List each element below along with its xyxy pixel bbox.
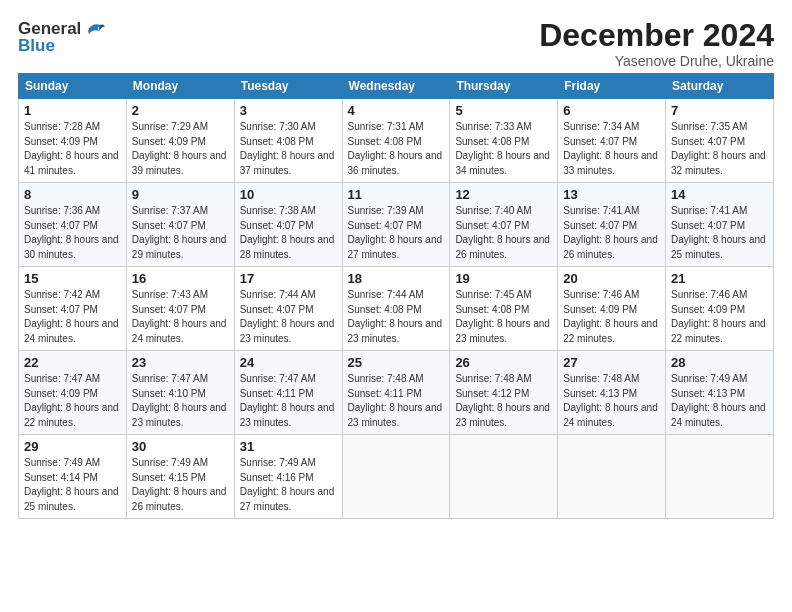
day-info: Sunrise: 7:47 AMSunset: 4:10 PMDaylight:… [132, 372, 229, 430]
calendar-week-5: 29Sunrise: 7:49 AMSunset: 4:14 PMDayligh… [19, 435, 774, 519]
calendar-day-25: 25Sunrise: 7:48 AMSunset: 4:11 PMDayligh… [342, 351, 450, 435]
day-info: Sunrise: 7:40 AMSunset: 4:07 PMDaylight:… [455, 204, 552, 262]
month-title: December 2024 [539, 18, 774, 53]
calendar-table: SundayMondayTuesdayWednesdayThursdayFrid… [18, 73, 774, 519]
location-subtitle: Yasenove Druhe, Ukraine [539, 53, 774, 69]
calendar-day-26: 26Sunrise: 7:48 AMSunset: 4:12 PMDayligh… [450, 351, 558, 435]
day-number: 20 [563, 271, 660, 286]
calendar-day-8: 8Sunrise: 7:36 AMSunset: 4:07 PMDaylight… [19, 183, 127, 267]
day-info: Sunrise: 7:41 AMSunset: 4:07 PMDaylight:… [671, 204, 768, 262]
calendar-day-4: 4Sunrise: 7:31 AMSunset: 4:08 PMDaylight… [342, 99, 450, 183]
calendar-week-3: 15Sunrise: 7:42 AMSunset: 4:07 PMDayligh… [19, 267, 774, 351]
calendar-week-4: 22Sunrise: 7:47 AMSunset: 4:09 PMDayligh… [19, 351, 774, 435]
calendar-day-16: 16Sunrise: 7:43 AMSunset: 4:07 PMDayligh… [126, 267, 234, 351]
calendar-day-5: 5Sunrise: 7:33 AMSunset: 4:08 PMDaylight… [450, 99, 558, 183]
day-info: Sunrise: 7:37 AMSunset: 4:07 PMDaylight:… [132, 204, 229, 262]
calendar-day-29: 29Sunrise: 7:49 AMSunset: 4:14 PMDayligh… [19, 435, 127, 519]
day-number: 15 [24, 271, 121, 286]
day-info: Sunrise: 7:34 AMSunset: 4:07 PMDaylight:… [563, 120, 660, 178]
day-info: Sunrise: 7:49 AMSunset: 4:14 PMDaylight:… [24, 456, 121, 514]
day-number: 7 [671, 103, 768, 118]
day-info: Sunrise: 7:33 AMSunset: 4:08 PMDaylight:… [455, 120, 552, 178]
day-number: 18 [348, 271, 445, 286]
day-number: 13 [563, 187, 660, 202]
logo-blue-text: Blue [18, 36, 55, 56]
calendar-day-11: 11Sunrise: 7:39 AMSunset: 4:07 PMDayligh… [342, 183, 450, 267]
day-info: Sunrise: 7:48 AMSunset: 4:13 PMDaylight:… [563, 372, 660, 430]
day-number: 21 [671, 271, 768, 286]
day-info: Sunrise: 7:43 AMSunset: 4:07 PMDaylight:… [132, 288, 229, 346]
empty-cell [666, 435, 774, 519]
day-info: Sunrise: 7:30 AMSunset: 4:08 PMDaylight:… [240, 120, 337, 178]
calendar-day-1: 1Sunrise: 7:28 AMSunset: 4:09 PMDaylight… [19, 99, 127, 183]
logo-bird-icon [83, 18, 105, 40]
day-info: Sunrise: 7:45 AMSunset: 4:08 PMDaylight:… [455, 288, 552, 346]
weekday-header-row: SundayMondayTuesdayWednesdayThursdayFrid… [19, 74, 774, 99]
day-info: Sunrise: 7:49 AMSunset: 4:13 PMDaylight:… [671, 372, 768, 430]
calendar-day-24: 24Sunrise: 7:47 AMSunset: 4:11 PMDayligh… [234, 351, 342, 435]
calendar-day-6: 6Sunrise: 7:34 AMSunset: 4:07 PMDaylight… [558, 99, 666, 183]
calendar-day-20: 20Sunrise: 7:46 AMSunset: 4:09 PMDayligh… [558, 267, 666, 351]
day-number: 11 [348, 187, 445, 202]
day-number: 24 [240, 355, 337, 370]
day-number: 5 [455, 103, 552, 118]
day-info: Sunrise: 7:44 AMSunset: 4:07 PMDaylight:… [240, 288, 337, 346]
day-number: 28 [671, 355, 768, 370]
day-info: Sunrise: 7:31 AMSunset: 4:08 PMDaylight:… [348, 120, 445, 178]
day-info: Sunrise: 7:46 AMSunset: 4:09 PMDaylight:… [563, 288, 660, 346]
day-info: Sunrise: 7:46 AMSunset: 4:09 PMDaylight:… [671, 288, 768, 346]
calendar-day-7: 7Sunrise: 7:35 AMSunset: 4:07 PMDaylight… [666, 99, 774, 183]
day-number: 16 [132, 271, 229, 286]
day-info: Sunrise: 7:47 AMSunset: 4:09 PMDaylight:… [24, 372, 121, 430]
calendar-week-1: 1Sunrise: 7:28 AMSunset: 4:09 PMDaylight… [19, 99, 774, 183]
weekday-header-friday: Friday [558, 74, 666, 99]
day-number: 26 [455, 355, 552, 370]
empty-cell [342, 435, 450, 519]
day-info: Sunrise: 7:41 AMSunset: 4:07 PMDaylight:… [563, 204, 660, 262]
day-number: 19 [455, 271, 552, 286]
day-info: Sunrise: 7:47 AMSunset: 4:11 PMDaylight:… [240, 372, 337, 430]
day-info: Sunrise: 7:38 AMSunset: 4:07 PMDaylight:… [240, 204, 337, 262]
day-info: Sunrise: 7:39 AMSunset: 4:07 PMDaylight:… [348, 204, 445, 262]
day-number: 31 [240, 439, 337, 454]
calendar-day-14: 14Sunrise: 7:41 AMSunset: 4:07 PMDayligh… [666, 183, 774, 267]
day-number: 23 [132, 355, 229, 370]
day-info: Sunrise: 7:29 AMSunset: 4:09 PMDaylight:… [132, 120, 229, 178]
day-number: 14 [671, 187, 768, 202]
day-info: Sunrise: 7:48 AMSunset: 4:11 PMDaylight:… [348, 372, 445, 430]
weekday-header-tuesday: Tuesday [234, 74, 342, 99]
day-number: 12 [455, 187, 552, 202]
calendar-day-23: 23Sunrise: 7:47 AMSunset: 4:10 PMDayligh… [126, 351, 234, 435]
day-number: 6 [563, 103, 660, 118]
calendar-day-19: 19Sunrise: 7:45 AMSunset: 4:08 PMDayligh… [450, 267, 558, 351]
day-info: Sunrise: 7:49 AMSunset: 4:15 PMDaylight:… [132, 456, 229, 514]
calendar-day-18: 18Sunrise: 7:44 AMSunset: 4:08 PMDayligh… [342, 267, 450, 351]
day-number: 29 [24, 439, 121, 454]
day-number: 25 [348, 355, 445, 370]
day-info: Sunrise: 7:42 AMSunset: 4:07 PMDaylight:… [24, 288, 121, 346]
calendar-day-13: 13Sunrise: 7:41 AMSunset: 4:07 PMDayligh… [558, 183, 666, 267]
calendar-day-2: 2Sunrise: 7:29 AMSunset: 4:09 PMDaylight… [126, 99, 234, 183]
weekday-header-saturday: Saturday [666, 74, 774, 99]
day-number: 1 [24, 103, 121, 118]
calendar-day-31: 31Sunrise: 7:49 AMSunset: 4:16 PMDayligh… [234, 435, 342, 519]
day-info: Sunrise: 7:44 AMSunset: 4:08 PMDaylight:… [348, 288, 445, 346]
calendar-day-22: 22Sunrise: 7:47 AMSunset: 4:09 PMDayligh… [19, 351, 127, 435]
day-number: 27 [563, 355, 660, 370]
day-number: 9 [132, 187, 229, 202]
empty-cell [558, 435, 666, 519]
day-info: Sunrise: 7:49 AMSunset: 4:16 PMDaylight:… [240, 456, 337, 514]
logo: General Blue [18, 18, 105, 56]
day-number: 3 [240, 103, 337, 118]
calendar-day-9: 9Sunrise: 7:37 AMSunset: 4:07 PMDaylight… [126, 183, 234, 267]
day-number: 17 [240, 271, 337, 286]
day-number: 22 [24, 355, 121, 370]
day-number: 8 [24, 187, 121, 202]
weekday-header-wednesday: Wednesday [342, 74, 450, 99]
day-info: Sunrise: 7:35 AMSunset: 4:07 PMDaylight:… [671, 120, 768, 178]
weekday-header-monday: Monday [126, 74, 234, 99]
calendar-day-30: 30Sunrise: 7:49 AMSunset: 4:15 PMDayligh… [126, 435, 234, 519]
day-info: Sunrise: 7:36 AMSunset: 4:07 PMDaylight:… [24, 204, 121, 262]
day-number: 2 [132, 103, 229, 118]
weekday-header-sunday: Sunday [19, 74, 127, 99]
